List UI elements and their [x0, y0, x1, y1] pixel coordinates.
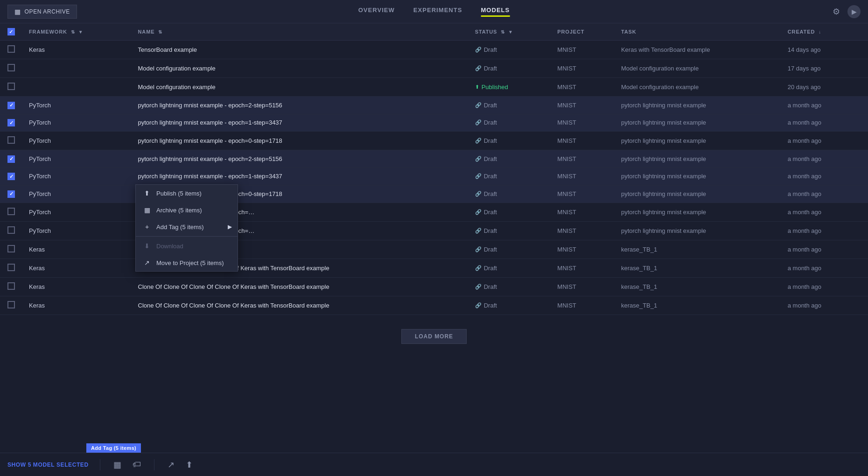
- status-text: Draft: [484, 46, 497, 53]
- row-project: MNIST: [552, 114, 616, 132]
- row-checkbox[interactable]: [7, 264, 15, 271]
- row-checkbox[interactable]: [7, 208, 15, 215]
- draft-icon: 🔗: [475, 138, 482, 144]
- name-sort-icon[interactable]: ⇅: [158, 29, 162, 35]
- gear-icon: ⚙: [833, 7, 840, 17]
- draft-icon: 🔗: [475, 284, 482, 290]
- models-table-container: FRAMEWORK ⇅ ▼ NAME ⇅ STATUS ⇅ ▼ PROJECT …: [0, 23, 868, 358]
- row-extra: [857, 114, 868, 132]
- row-checkbox[interactable]: [7, 155, 15, 163]
- row-checkbox[interactable]: [7, 83, 15, 90]
- table-row[interactable]: PyTorchpytorch lightning mnist example -…: [0, 221, 868, 240]
- tab-models[interactable]: MODELS: [481, 7, 510, 17]
- row-project: MNIST: [552, 97, 616, 114]
- publish-action-button[interactable]: ⬆: [184, 458, 195, 472]
- row-task: pytorch lightning mnist example: [616, 203, 782, 221]
- row-created: a month ago: [782, 221, 857, 240]
- status-filter-icon[interactable]: ▼: [508, 29, 513, 35]
- row-name: Clone Of Clone Of Clone Of Clone Of Kera…: [133, 296, 469, 315]
- context-menu-item-archive[interactable]: ▦Archive (5 items): [136, 202, 238, 218]
- header-project: PROJECT: [552, 23, 616, 41]
- row-status: 🔗Draft: [469, 259, 552, 277]
- table-row[interactable]: PyTorchpytorch lightning mnist example -…: [0, 114, 868, 132]
- row-framework: PyTorch: [23, 168, 133, 185]
- table-row[interactable]: PyTorchpytorch lightning mnist example -…: [0, 132, 868, 150]
- row-framework: PyTorch: [23, 221, 133, 240]
- table-row[interactable]: KerasTensorBoard example🔗DraftMNISTKeras…: [0, 41, 868, 59]
- draft-icon: 🔗: [475, 173, 482, 179]
- show-selected-button[interactable]: SHOW 5 MODEL SELECTED: [7, 462, 89, 468]
- table-row[interactable]: PyTorchpytorch lightning mnist example -…: [0, 150, 868, 168]
- status-text: Draft: [484, 173, 497, 180]
- table-row[interactable]: Model configuration example🔗DraftMNISTMo…: [0, 59, 868, 78]
- framework-filter-icon[interactable]: ▼: [78, 29, 84, 35]
- draft-icon: 🔗: [475, 191, 482, 197]
- row-extra: [857, 277, 868, 296]
- table-row[interactable]: PyTorchpytorch lightning mnist example -…: [0, 97, 868, 114]
- row-checkbox[interactable]: [7, 282, 15, 290]
- header-task: TASK: [616, 23, 782, 41]
- row-project: MNIST: [552, 277, 616, 296]
- context-menu-item-move_to_project[interactable]: ↗Move to Project (5 items): [136, 254, 238, 271]
- tab-experiments[interactable]: EXPERIMENTS: [413, 7, 462, 17]
- row-checkbox[interactable]: [7, 173, 15, 180]
- row-created: a month ago: [782, 203, 857, 221]
- row-task: kerase_TB_1: [616, 259, 782, 277]
- settings-button[interactable]: ⚙: [833, 7, 840, 17]
- table-row[interactable]: KerasClone Of Clone Of Clone Of Clone Of…: [0, 296, 868, 315]
- select-all-checkbox[interactable]: [7, 28, 15, 35]
- row-checkbox[interactable]: [7, 45, 15, 53]
- status-text: Draft: [484, 227, 497, 234]
- table-row[interactable]: KerasClone Of Clone Of Clone Of Clone Of…: [0, 277, 868, 296]
- row-status: 🔗Draft: [469, 203, 552, 221]
- framework-sort-icon[interactable]: ⇅: [71, 29, 75, 35]
- created-sort-icon[interactable]: ↓: [819, 29, 821, 35]
- row-checkbox[interactable]: [7, 102, 15, 109]
- table-row[interactable]: PyTorchpytorch lightning mnist example -…: [0, 203, 868, 221]
- publish-icon: ⬆: [186, 460, 193, 470]
- move-action-button[interactable]: ↗: [166, 458, 176, 472]
- draft-icon: 🔗: [475, 209, 482, 215]
- row-status: 🔗Draft: [469, 277, 552, 296]
- row-framework: [23, 78, 133, 97]
- table-row[interactable]: PyTorchpytorch lightning mnist example -…: [0, 168, 868, 185]
- row-checkbox[interactable]: [7, 136, 15, 144]
- row-framework: PyTorch: [23, 114, 133, 132]
- context-menu-item-publish[interactable]: ⬆Publish (5 items): [136, 185, 238, 202]
- row-created: a month ago: [782, 97, 857, 114]
- header-extra: [857, 23, 868, 41]
- draft-icon: 🔗: [475, 47, 482, 53]
- status-sort-icon[interactable]: ⇅: [501, 29, 505, 35]
- tag-action-button[interactable]: 🏷: [131, 458, 143, 471]
- table-row[interactable]: KerasClone Of Clone Of Clone Of Clone Of…: [0, 259, 868, 277]
- context-menu-label-publish: Publish (5 items): [156, 190, 202, 197]
- header-framework: FRAMEWORK ⇅ ▼: [23, 23, 133, 41]
- row-status: 🔗Draft: [469, 41, 552, 59]
- row-extra: [857, 132, 868, 150]
- row-task: pytorch lightning mnist example: [616, 97, 782, 114]
- tab-overview[interactable]: OVERVIEW: [358, 7, 395, 17]
- user-button[interactable]: ▶: [847, 5, 861, 18]
- row-checkbox[interactable]: [7, 190, 15, 198]
- table-row[interactable]: KerasKeras with TensorBoard example🔗Draf…: [0, 240, 868, 259]
- table-row[interactable]: Model configuration example⬆PublishedMNI…: [0, 78, 868, 97]
- table-row[interactable]: PyTorchpytorch lightning mnist example -…: [0, 185, 868, 203]
- row-checkbox[interactable]: [7, 226, 15, 234]
- open-archive-button[interactable]: ▦ OPEN ARCHIVE: [7, 5, 77, 19]
- row-task: pytorch lightning mnist example: [616, 168, 782, 185]
- row-checkbox[interactable]: [7, 301, 15, 308]
- table-header: FRAMEWORK ⇅ ▼ NAME ⇅ STATUS ⇅ ▼ PROJECT …: [0, 23, 868, 41]
- context-menu-item-add_tag[interactable]: +Add Tag (5 items)▶: [136, 218, 238, 235]
- row-project: MNIST: [552, 240, 616, 259]
- row-status: 🔗Draft: [469, 296, 552, 315]
- row-checkbox[interactable]: [7, 245, 15, 252]
- row-status: ⬆Published: [469, 78, 552, 97]
- row-created: a month ago: [782, 132, 857, 150]
- row-checkbox[interactable]: [7, 119, 15, 126]
- row-extra: [857, 59, 868, 78]
- archive-action-button[interactable]: ▦: [112, 458, 123, 472]
- status-text: Draft: [484, 102, 497, 109]
- row-checkbox[interactable]: [7, 64, 15, 71]
- row-extra: [857, 240, 868, 259]
- load-more-button[interactable]: LOAD MORE: [401, 329, 467, 344]
